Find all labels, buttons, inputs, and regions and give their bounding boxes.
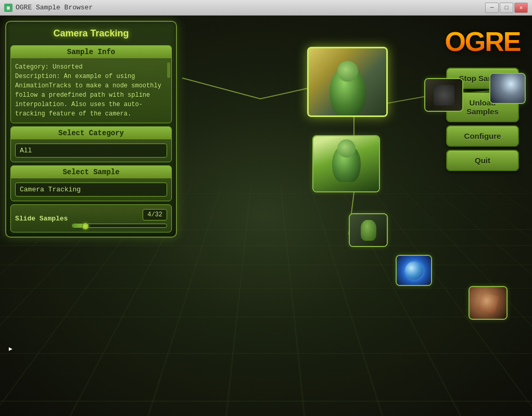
titlebar: ▣ OGRE Sample Browser ─ □ ✕ bbox=[0, 0, 532, 16]
thumb-inner-6 bbox=[397, 256, 431, 285]
cursor: ▸ bbox=[8, 344, 14, 354]
sample-input[interactable] bbox=[15, 183, 167, 197]
thumb-inner-7 bbox=[470, 287, 506, 319]
thumb-inner-2 bbox=[425, 79, 462, 111]
slider-track[interactable] bbox=[72, 224, 167, 228]
sample-info-text: Category: Unsorted Description: An examp… bbox=[15, 63, 161, 118]
left-panel: Camera Tracking Sample Info Category: Un… bbox=[5, 21, 177, 238]
thumb-inner-3 bbox=[490, 74, 525, 103]
minimize-button[interactable]: ─ bbox=[485, 3, 499, 13]
thumbnail-light[interactable] bbox=[489, 73, 526, 104]
titlebar-left: ▣ OGRE Sample Browser bbox=[4, 4, 93, 12]
slide-value: 4/32 bbox=[143, 209, 167, 220]
configure-button[interactable]: Configure bbox=[446, 125, 519, 147]
quit-button[interactable]: Quit bbox=[446, 150, 519, 171]
slider-container: 4/32 bbox=[72, 209, 167, 228]
select-sample-header: Select Sample bbox=[11, 166, 171, 178]
thumbnail-dark[interactable] bbox=[424, 78, 463, 112]
thumbnail-green-figure[interactable] bbox=[312, 135, 380, 192]
sample-info-box: Sample Info Category: Unsorted Descripti… bbox=[10, 45, 172, 123]
thumb-inner-1 bbox=[309, 48, 386, 115]
close-button[interactable]: ✕ bbox=[514, 3, 528, 13]
sample-info-header: Sample Info bbox=[11, 46, 171, 58]
thumbnail-small-figure[interactable] bbox=[349, 213, 388, 247]
thumbnail-brown[interactable] bbox=[468, 286, 508, 320]
thumbnail-camera-tracking[interactable] bbox=[307, 47, 388, 117]
slider-thumb[interactable] bbox=[82, 223, 89, 230]
maximize-button[interactable]: □ bbox=[500, 3, 513, 13]
ogre-logo: OGRE bbox=[444, 21, 522, 62]
select-category-header: Select Category bbox=[11, 127, 171, 139]
panel-title: Camera Tracking bbox=[10, 26, 172, 41]
main-area: Camera Tracking Sample Info Category: Un… bbox=[0, 16, 532, 416]
sample-info-content: Category: Unsorted Description: An examp… bbox=[11, 58, 171, 123]
thumb-inner-5 bbox=[350, 214, 387, 246]
scroll-indicator[interactable] bbox=[167, 62, 170, 78]
slide-samples-section: Slide Samples 4/32 bbox=[10, 204, 172, 232]
app-icon: ▣ bbox=[4, 4, 12, 12]
window-controls: ─ □ ✕ bbox=[485, 3, 528, 13]
select-sample-box: Select Sample bbox=[10, 165, 172, 201]
slide-label: Slide Samples bbox=[15, 215, 68, 223]
category-input[interactable] bbox=[15, 144, 167, 158]
window-title: OGRE Sample Browser bbox=[16, 4, 93, 11]
thumbnail-blue-orb[interactable] bbox=[396, 255, 432, 286]
ogre-text: OGRE bbox=[445, 26, 520, 57]
select-category-box: Select Category bbox=[10, 126, 172, 162]
thumb-inner-4 bbox=[313, 136, 379, 191]
